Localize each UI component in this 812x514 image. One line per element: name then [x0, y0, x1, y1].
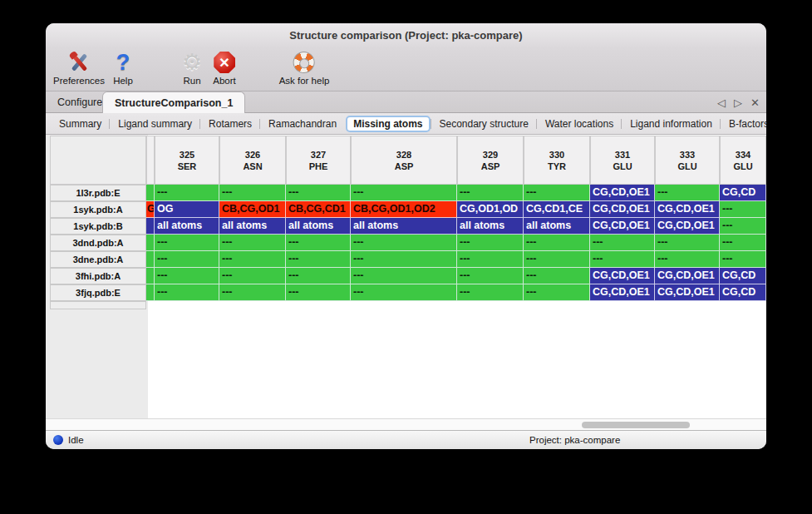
cell-1syk.pdb:A-333[interactable]: CG,CD,OE1	[655, 201, 720, 218]
cell-1syk.pdb:B-333[interactable]: CG,CD,OE1	[655, 218, 720, 235]
result-tab-ligand-summary[interactable]: Ligand summary	[111, 116, 199, 132]
cell-1l3r.pdb:E-326[interactable]: ---	[219, 185, 286, 201]
cell-partial[interactable]: G	[146, 201, 155, 218]
toolbar-button-preferences[interactable]: Preferences	[53, 50, 105, 86]
cell-3fjq.pdb:E-334[interactable]: CG,CD	[720, 284, 766, 301]
column-header-333[interactable]: 333GLU	[655, 136, 720, 185]
result-tab-missing-atoms[interactable]: Missing atoms	[346, 116, 430, 132]
cell-3fhi.pdb:A-327[interactable]: ---	[286, 268, 351, 284]
cell-3fjq.pdb:E-333[interactable]: CG,CD,OE1	[655, 284, 720, 301]
cell-3dnd.pdb:A-331[interactable]: ---	[590, 235, 655, 251]
cell-3dnd.pdb:A-333[interactable]: ---	[655, 235, 720, 251]
cell-3fjq.pdb:E-329[interactable]: ---	[457, 284, 524, 301]
cell-1syk.pdb:A-330[interactable]: CG,CD1,CE	[524, 201, 590, 218]
cell-1syk.pdb:A-331[interactable]: CG,CD,OE1	[590, 201, 655, 218]
cell-partial[interactable]	[146, 251, 155, 268]
column-header-330[interactable]: 330TYR	[524, 136, 590, 185]
toolbar-button-abort[interactable]: ✕Abort	[213, 50, 236, 86]
cell-3dne.pdb:A-326[interactable]: ---	[219, 251, 286, 268]
cell-1syk.pdb:B-325[interactable]: all atoms	[155, 218, 219, 235]
cell-3fjq.pdb:E-328[interactable]: ---	[351, 284, 457, 301]
tab-close-icon[interactable]: ✕	[750, 96, 760, 109]
cell-1syk.pdb:B-327[interactable]: all atoms	[286, 218, 351, 235]
cell-3fhi.pdb:A-331[interactable]: CG,CD,OE1	[590, 268, 655, 284]
cell-3dnd.pdb:A-326[interactable]: ---	[219, 235, 286, 251]
cell-1syk.pdb:B-326[interactable]: all atoms	[219, 218, 286, 235]
cell-3dnd.pdb:A-334[interactable]: ---	[720, 235, 766, 251]
cell-3dnd.pdb:A-327[interactable]: ---	[286, 235, 351, 251]
horizontal-scrollbar-thumb[interactable]	[582, 422, 690, 428]
cell-1syk.pdb:A-327[interactable]: CB,CG,CD1	[286, 201, 351, 218]
cell-3dne.pdb:A-334[interactable]: ---	[720, 251, 766, 268]
cell-3fhi.pdb:A-328[interactable]: ---	[351, 268, 457, 284]
column-header-326[interactable]: 326ASN	[219, 136, 286, 185]
tab-prev-icon[interactable]: ◁	[717, 96, 726, 109]
cell-3fhi.pdb:A-333[interactable]: CG,CD,OE1	[655, 268, 720, 284]
cell-3dne.pdb:A-330[interactable]: ---	[524, 251, 590, 268]
cell-3dnd.pdb:A-330[interactable]: ---	[524, 235, 590, 251]
cell-1l3r.pdb:E-334[interactable]: CG,CD	[720, 185, 766, 201]
cell-partial[interactable]	[146, 185, 155, 201]
cell-3dne.pdb:A-331[interactable]: ---	[590, 251, 655, 268]
toolbar-button-run[interactable]: ⚙Run	[182, 50, 202, 86]
column-header-334[interactable]: 334GLU	[720, 136, 766, 185]
horizontal-scrollbar[interactable]	[46, 418, 766, 430]
cell-3fjq.pdb:E-330[interactable]: ---	[524, 284, 590, 301]
cell-1syk.pdb:B-331[interactable]: CG,CD,OE1	[590, 218, 655, 235]
cell-3dne.pdb:A-333[interactable]: ---	[655, 251, 720, 268]
cell-3dne.pdb:A-328[interactable]: ---	[351, 251, 457, 268]
cell-1syk.pdb:B-328[interactable]: all atoms	[351, 218, 457, 235]
toolbar-button-ask-for-help[interactable]: Ask for help	[279, 50, 330, 86]
result-tab-water-locations[interactable]: Water locations	[538, 116, 621, 132]
cell-1l3r.pdb:E-331[interactable]: CG,CD,OE1	[590, 185, 655, 201]
cell-3fjq.pdb:E-331[interactable]: CG,CD,OE1	[590, 284, 655, 301]
cell-3dne.pdb:A-325[interactable]: ---	[155, 251, 219, 268]
result-tab-secondary-structure[interactable]: Secondary structure	[432, 116, 536, 132]
cell-3fjq.pdb:E-327[interactable]: ---	[286, 284, 351, 301]
cell-3fhi.pdb:A-330[interactable]: ---	[524, 268, 590, 284]
cell-3dnd.pdb:A-325[interactable]: ---	[155, 235, 219, 251]
result-tab-rotamers[interactable]: Rotamers	[201, 116, 259, 132]
cell-3dnd.pdb:A-329[interactable]: ---	[457, 235, 524, 251]
result-tab-b-factors[interactable]: B-factors	[721, 116, 766, 132]
toolbar-button-help[interactable]: ?Help	[113, 50, 133, 86]
cell-3fhi.pdb:A-329[interactable]: ---	[457, 268, 524, 284]
cell-1syk.pdb:B-329[interactable]: all atoms	[457, 218, 524, 235]
cell-1l3r.pdb:E-330[interactable]: ---	[524, 185, 590, 201]
title-bar[interactable]: Structure comparison (Project: pka-compa…	[46, 23, 766, 48]
cell-1syk.pdb:B-330[interactable]: all atoms	[524, 218, 590, 235]
cell-1syk.pdb:A-326[interactable]: CB,CG,OD1	[219, 201, 286, 218]
cell-3fhi.pdb:A-325[interactable]: ---	[155, 268, 219, 284]
cell-1l3r.pdb:E-333[interactable]: ---	[655, 185, 720, 201]
cell-1l3r.pdb:E-325[interactable]: ---	[155, 185, 219, 201]
cell-3fjq.pdb:E-326[interactable]: ---	[219, 284, 286, 301]
cell-partial[interactable]	[146, 268, 155, 284]
cell-1syk.pdb:A-329[interactable]: CG,OD1,OD	[457, 201, 524, 218]
cell-1syk.pdb:A-328[interactable]: CB,CG,OD1,OD2	[351, 201, 457, 218]
cell-partial[interactable]	[146, 284, 155, 301]
cell-1l3r.pdb:E-328[interactable]: ---	[351, 185, 457, 201]
cell-3dnd.pdb:A-328[interactable]: ---	[351, 235, 457, 251]
column-header-328[interactable]: 328ASP	[351, 136, 457, 185]
column-header-329[interactable]: 329ASP	[457, 136, 524, 185]
cell-1l3r.pdb:E-329[interactable]: ---	[457, 185, 524, 201]
cell-3fjq.pdb:E-325[interactable]: ---	[155, 284, 219, 301]
cell-1syk.pdb:A-325[interactable]: OG	[155, 201, 219, 218]
tab-next-icon[interactable]: ▷	[734, 96, 742, 109]
column-header-327[interactable]: 327PHE	[286, 136, 351, 185]
cell-3fhi.pdb:A-326[interactable]: ---	[219, 268, 286, 284]
column-header-325[interactable]: 325SER	[155, 136, 219, 185]
cell-3dne.pdb:A-327[interactable]: ---	[286, 251, 351, 268]
result-tab-ramachandran[interactable]: Ramachandran	[261, 116, 344, 132]
result-tab-ligand-information[interactable]: Ligand information	[623, 116, 720, 132]
cell-1l3r.pdb:E-327[interactable]: ---	[286, 185, 351, 201]
cell-3dne.pdb:A-329[interactable]: ---	[457, 251, 524, 268]
cell-1syk.pdb:B-334[interactable]: ---	[720, 218, 766, 235]
cell-partial[interactable]	[146, 235, 155, 251]
cell-partial[interactable]	[146, 218, 155, 235]
cell-1syk.pdb:A-334[interactable]: ---	[720, 201, 766, 218]
cell-3fhi.pdb:A-334[interactable]: CG,CD	[720, 268, 766, 284]
column-header-331[interactable]: 331GLU	[590, 136, 655, 185]
tab-structure-comparison-1[interactable]: StructureComparison_1	[102, 91, 245, 113]
result-tab-summary[interactable]: Summary	[52, 116, 109, 132]
